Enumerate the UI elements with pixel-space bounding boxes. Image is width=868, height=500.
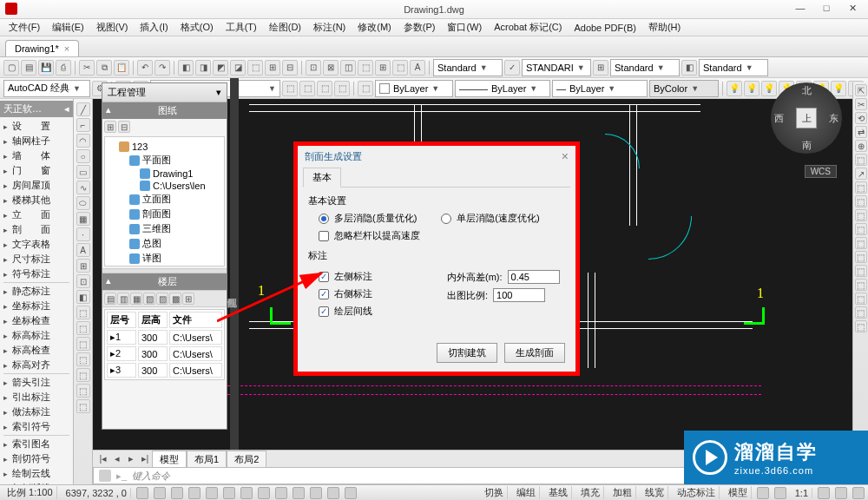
tool-icon[interactable]: ⊡ (306, 60, 321, 76)
menu-window[interactable]: 窗口(W) (442, 19, 487, 36)
sidebar-item[interactable]: ▸箭头引注 (0, 375, 73, 390)
dialog-titlebar[interactable]: 剖面生成设置 × (298, 146, 575, 167)
height-diff-input[interactable] (508, 270, 560, 284)
layout-tab-model[interactable]: 模型 (152, 451, 187, 468)
checkbox-left-annot[interactable] (319, 272, 329, 282)
sidebar-item[interactable]: ▸坐标检查 (0, 313, 73, 328)
status-toggle-icon[interactable] (171, 487, 183, 499)
tool-icon[interactable]: ⬚ (76, 321, 90, 335)
tree-item[interactable]: 三维图 (129, 221, 220, 236)
cut-building-button[interactable]: 切割建筑 (437, 343, 497, 363)
status-text[interactable]: 填充 (577, 486, 604, 499)
modify-icon[interactable]: ⇄ (855, 126, 867, 138)
tool-icon[interactable]: ◫ (340, 60, 356, 76)
linetype-combo[interactable]: ——— ByLayer▼ (455, 80, 550, 97)
compass-north[interactable]: 北 (802, 84, 812, 97)
layer-tool-icon[interactable]: ⬚ (282, 81, 298, 96)
tree-item[interactable]: 剖面图 (129, 207, 220, 221)
modify-icon[interactable]: ↗ (855, 168, 867, 180)
tool-icon[interactable]: ◧ (178, 60, 194, 76)
sidebar-item[interactable]: ▸标高标注 (0, 328, 73, 343)
tool-icon[interactable]: ⬚ (76, 399, 90, 413)
redo-icon[interactable]: ↷ (155, 60, 170, 76)
menu-tools[interactable]: 工具(T) (220, 19, 262, 36)
modify-icon[interactable]: ⬚ (855, 320, 867, 332)
tool-icon[interactable]: ◩ (213, 60, 228, 76)
tool-icon[interactable]: ✓ (504, 60, 520, 76)
tool-icon[interactable]: ⬚ (76, 306, 90, 319)
sidebar-item[interactable]: ▸立 面 (0, 207, 73, 222)
tablestyle-combo[interactable]: Standard▼ (610, 59, 680, 76)
menu-param[interactable]: 参数(P) (398, 19, 441, 36)
tree-tool-icon[interactable]: ⊟ (118, 121, 130, 133)
sidebar-item[interactable]: ▸楼梯其他 (0, 193, 73, 207)
modify-icon[interactable]: ⬚ (855, 306, 867, 319)
sidebar-item[interactable]: ▸索引符号 (0, 419, 73, 434)
modify-icon[interactable]: ⬚ (855, 237, 867, 249)
status-toggle-icon[interactable] (206, 487, 218, 499)
document-tab-active[interactable]: Drawing1* × (5, 40, 79, 56)
menu-insert[interactable]: 插入(I) (135, 19, 173, 36)
sidebar-item[interactable]: ▸剖切符号 (0, 451, 73, 466)
status-toggle-icon[interactable] (258, 487, 270, 499)
region-icon[interactable]: ◧ (76, 290, 90, 304)
spline-icon[interactable]: ∿ (76, 181, 90, 194)
sidebar-item[interactable]: ▸做法标注 (0, 405, 73, 419)
project-panel-section-floors[interactable]: ▴楼层 (102, 273, 227, 290)
tool-icon[interactable]: ⬚ (392, 60, 408, 76)
tree-item[interactable]: 立面图 (129, 192, 220, 207)
tool-icon[interactable]: ⊞ (375, 60, 391, 76)
menu-format[interactable]: 格式(O) (175, 19, 219, 36)
tree-item-child[interactable]: C:\Users\len (140, 180, 220, 192)
floor-tool-icon[interactable]: ▨ (156, 293, 168, 305)
status-icon[interactable] (835, 487, 847, 499)
status-icon[interactable] (852, 487, 865, 499)
plotstyle-combo[interactable]: ByColor▼ (649, 80, 719, 97)
layout-nav-next[interactable]: ▸ (124, 453, 138, 464)
status-toggle-icon[interactable] (275, 487, 287, 499)
circle-icon[interactable]: ○ (76, 149, 90, 163)
bulb-icon[interactable]: 💡 (761, 81, 777, 96)
bulb-icon[interactable]: 💡 (727, 81, 742, 96)
bulb-icon[interactable]: 💡 (744, 81, 760, 96)
table-row[interactable]: ▸1300C:\Users\ (107, 330, 222, 345)
sidebar-item[interactable]: ▸轴网柱子 (0, 134, 73, 148)
document-tab-close[interactable]: × (64, 43, 69, 54)
color-tool-icon[interactable]: ⬚ (358, 81, 373, 96)
compass-south[interactable]: 南 (802, 139, 812, 152)
workspace-combo[interactable]: AutoCAD 经典▼ (3, 80, 90, 97)
compass-east[interactable]: 东 (829, 112, 838, 125)
layout-tab-1[interactable]: 布局1 (187, 451, 227, 468)
bulb-icon[interactable]: 💡 (831, 81, 846, 96)
tool-icon[interactable]: A (410, 60, 425, 76)
status-toggle-icon[interactable] (310, 487, 322, 499)
layer-tool-icon[interactable]: ⬚ (299, 81, 315, 96)
status-text[interactable]: 动态标注 (674, 486, 720, 499)
table-row[interactable]: ▸2300C:\Users\ (107, 346, 222, 361)
tool-icon[interactable]: ◨ (195, 60, 211, 76)
point-icon[interactable]: · (76, 227, 90, 241)
menu-adobepdf[interactable]: Adobe PDF(B) (569, 21, 641, 35)
checkbox-right-annot[interactable] (319, 289, 329, 299)
status-scale[interactable]: 比例 1:100 (3, 486, 57, 499)
undo-icon[interactable]: ↶ (137, 60, 153, 76)
menu-file[interactable]: 文件(F) (3, 19, 45, 36)
view-cube[interactable]: 北 南 西 东 上 (771, 82, 842, 154)
floor-tool-icon[interactable]: ▩ (169, 293, 181, 305)
tool-icon[interactable]: ⊟ (282, 60, 298, 76)
lineweight-combo[interactable]: — ByLayer▼ (552, 80, 648, 97)
modify-icon[interactable]: ⬚ (855, 195, 867, 207)
sidebar-item[interactable]: ▸标高对齐 (0, 358, 73, 372)
tool-icon[interactable]: ⬚ (358, 60, 373, 76)
tree-item-child[interactable]: Drawing1 (140, 168, 220, 180)
text-icon[interactable]: A (76, 243, 90, 257)
dialog-tab-basic[interactable]: 基本 (303, 168, 341, 188)
sidebar-item[interactable]: ▸设 置 (0, 119, 73, 134)
menu-acrobat[interactable]: Acrobat 标记(C) (489, 19, 567, 36)
color-combo[interactable]: ByLayer▼ (375, 80, 453, 97)
checkbox-ignore-rail[interactable] (319, 231, 329, 241)
wcs-badge[interactable]: WCS (805, 165, 837, 178)
sidebar-item[interactable]: ▸索引图名 (0, 437, 73, 451)
save-icon[interactable]: 💾 (38, 60, 54, 76)
modify-icon[interactable]: ⬚ (855, 209, 867, 221)
